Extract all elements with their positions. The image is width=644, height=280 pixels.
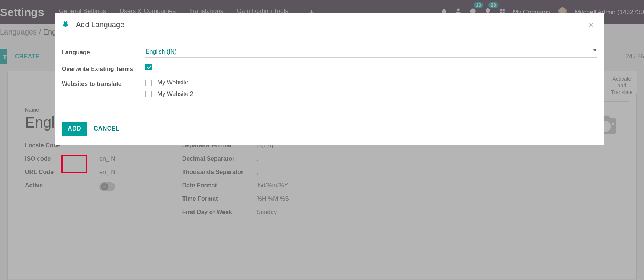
modal-bug-icon[interactable] [62,20,69,29]
modal-body: Language English (IN) Overwrite Existing… [55,36,604,115]
language-selected-value: English (IN) [145,48,177,55]
close-icon[interactable]: × [587,20,595,29]
overwrite-checkbox[interactable] [145,64,152,70]
website-option-1-checkbox[interactable] [145,80,152,86]
language-select[interactable]: English (IN) [145,48,597,58]
add-button[interactable]: ADD [62,122,87,136]
chevron-down-icon [593,49,597,51]
language-label: Language [62,48,145,56]
modal-footer: ADD CANCEL [55,115,604,145]
overwrite-label: Overwrite Existing Terms [62,64,145,73]
modal-title: Add Language [76,20,124,29]
modal-header: Add Language × [55,13,604,36]
add-language-modal: Add Language × Language English (IN) Ove… [55,13,604,145]
cancel-button[interactable]: CANCEL [94,125,119,132]
website-option-2-checkbox[interactable] [145,91,152,97]
website-option-2-label: My Website 2 [157,91,193,97]
website-option-1-label: My Website [157,80,188,86]
websites-label: Websites to translate [62,79,145,87]
